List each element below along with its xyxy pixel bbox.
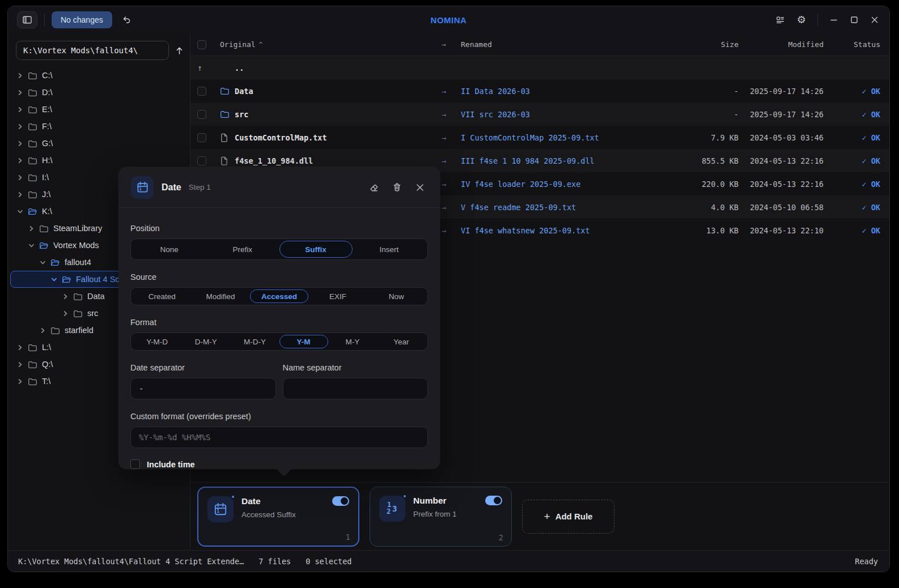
active-dot bbox=[402, 494, 407, 498]
folder-icon bbox=[28, 88, 37, 97]
chevron-down-icon[interactable] bbox=[40, 259, 46, 266]
segment-option-y-m-d[interactable]: Y-M-D bbox=[133, 335, 181, 348]
tree-item-c[interactable]: C:\ bbox=[10, 67, 188, 84]
navigate-up-button[interactable] bbox=[175, 46, 184, 56]
custom-format-input[interactable] bbox=[139, 433, 419, 442]
add-rule-button[interactable]: + Add Rule bbox=[522, 500, 614, 534]
chevron-right-icon[interactable] bbox=[17, 123, 23, 130]
folder-icon bbox=[73, 292, 83, 301]
column-header-original[interactable]: Original ^ bbox=[220, 40, 442, 49]
section-label-format: Format bbox=[130, 318, 428, 327]
dialog-segmented-sections: Position NonePrefixSuffixInsert Source C… bbox=[130, 224, 428, 351]
path-input[interactable]: K:\Vortex Mods\fallout4\ bbox=[16, 41, 169, 60]
file-size: 13.0 KB bbox=[688, 226, 739, 235]
rule-card-date[interactable]: 1 Date Accessed Suffix 1 bbox=[197, 487, 359, 547]
segment-option-suffix[interactable]: Suffix bbox=[279, 241, 353, 258]
status-badge: ✓ OK bbox=[824, 133, 880, 142]
chevron-right-icon[interactable] bbox=[62, 293, 69, 300]
close-dialog-button[interactable] bbox=[413, 180, 427, 195]
chevron-down-icon[interactable] bbox=[51, 276, 57, 283]
reset-rule-button[interactable] bbox=[366, 180, 381, 195]
segment-option-none[interactable]: None bbox=[133, 241, 206, 258]
segment-option-created[interactable]: Created bbox=[133, 289, 191, 303]
row-checkbox[interactable] bbox=[197, 110, 206, 119]
segment-option-m-d-y[interactable]: M-D-Y bbox=[230, 335, 279, 348]
date-separator-label: Date separator bbox=[130, 363, 276, 372]
segment-option-exif[interactable]: EXIF bbox=[308, 289, 367, 303]
chevron-right-icon[interactable] bbox=[40, 327, 46, 334]
row-checkbox[interactable] bbox=[197, 133, 206, 142]
segment-option-m-y[interactable]: M-Y bbox=[328, 335, 377, 348]
chevron-right-icon[interactable] bbox=[62, 310, 69, 317]
segment-option-d-m-y[interactable]: D-M-Y bbox=[181, 335, 230, 348]
rename-arrow-icon: → bbox=[442, 110, 461, 119]
modified-date: 2025-09-17 14:26 bbox=[739, 110, 824, 119]
chevron-down-icon[interactable] bbox=[28, 242, 35, 249]
chevron-right-icon[interactable] bbox=[17, 344, 23, 351]
row-checkbox[interactable] bbox=[197, 87, 206, 96]
column-header-status[interactable]: Status bbox=[824, 40, 880, 49]
topbar-divider bbox=[44, 14, 45, 26]
tree-item-d[interactable]: D:\ bbox=[10, 84, 188, 101]
segment-option-modified[interactable]: Modified bbox=[191, 289, 249, 303]
no-changes-badge[interactable]: No changes bbox=[52, 11, 112, 28]
folder-icon bbox=[28, 190, 37, 199]
segment-option-now[interactable]: Now bbox=[367, 289, 426, 303]
parent-directory-row[interactable]: ↑ .. bbox=[190, 56, 889, 79]
folder-icon bbox=[28, 360, 37, 369]
sidebar-toggle-button[interactable] bbox=[17, 11, 37, 28]
rules-layout-button[interactable] bbox=[775, 15, 786, 25]
chevron-right-icon[interactable] bbox=[17, 361, 23, 368]
tree-item-e[interactable]: E:\ bbox=[10, 101, 188, 118]
segment-option-prefix[interactable]: Prefix bbox=[206, 241, 279, 258]
chevron-right-icon[interactable] bbox=[17, 378, 23, 385]
tree-item-g[interactable]: G:\ bbox=[10, 135, 188, 152]
folder-icon bbox=[28, 139, 37, 148]
table-row[interactable]: CustomControlMap.txt → I_CustomControlMa… bbox=[190, 126, 889, 149]
maximize-button[interactable] bbox=[850, 15, 859, 24]
chevron-right-icon[interactable] bbox=[17, 90, 23, 96]
segment-option-y-m[interactable]: Y-M bbox=[279, 335, 328, 348]
chevron-right-icon[interactable] bbox=[17, 140, 23, 147]
column-header-renamed[interactable]: Renamed bbox=[461, 40, 688, 49]
date-separator-input[interactable] bbox=[139, 384, 268, 393]
select-all-checkbox[interactable] bbox=[197, 40, 206, 49]
segment-option-year[interactable]: Year bbox=[377, 335, 426, 348]
row-checkbox[interactable] bbox=[197, 156, 206, 165]
chevron-right-icon[interactable] bbox=[17, 174, 23, 181]
custom-format-field[interactable] bbox=[130, 427, 428, 448]
chevron-right-icon[interactable] bbox=[17, 157, 23, 164]
status-badge: ✓ OK bbox=[824, 226, 880, 235]
column-header-size[interactable]: Size bbox=[688, 40, 739, 49]
include-time-checkbox[interactable] bbox=[130, 459, 140, 469]
settings-button[interactable]: ⚙ bbox=[797, 15, 806, 25]
name-separator-input[interactable] bbox=[291, 384, 420, 393]
chevron-right-icon[interactable] bbox=[17, 73, 23, 79]
tree-item-f[interactable]: F:\ bbox=[10, 118, 188, 135]
status-badge: ✓ OK bbox=[824, 87, 880, 96]
segment-option-insert[interactable]: Insert bbox=[353, 241, 426, 258]
number-123-icon: 123 bbox=[385, 501, 400, 516]
original-name: Data bbox=[235, 87, 442, 96]
minimize-button[interactable] bbox=[829, 15, 838, 24]
arrow-up-icon bbox=[175, 46, 184, 56]
segment-option-accessed[interactable]: Accessed bbox=[250, 289, 308, 303]
chevron-down-icon[interactable] bbox=[17, 208, 23, 215]
name-separator-field[interactable] bbox=[283, 378, 429, 399]
undo-button[interactable] bbox=[121, 15, 132, 25]
date-rule-toggle[interactable] bbox=[332, 496, 349, 506]
date-separator-field[interactable] bbox=[130, 378, 276, 399]
parent-directory-label: .. bbox=[235, 63, 442, 73]
table-row[interactable]: Data → II_Data_2026-03 - 2025-09-17 14:2… bbox=[190, 79, 889, 103]
active-dot bbox=[231, 495, 235, 499]
chevron-right-icon[interactable] bbox=[28, 225, 35, 232]
column-header-modified[interactable]: Modified bbox=[739, 40, 824, 49]
chevron-right-icon[interactable] bbox=[17, 191, 23, 198]
delete-rule-button[interactable] bbox=[389, 180, 404, 195]
rule-card-number[interactable]: 123 Number Prefix from 1 2 bbox=[370, 487, 512, 547]
table-row[interactable]: src → VII_src_2026-03 - 2025-09-17 14:26… bbox=[190, 103, 889, 126]
tree-item-h[interactable]: H:\ bbox=[10, 152, 188, 169]
number-rule-toggle[interactable] bbox=[485, 496, 502, 505]
close-window-button[interactable] bbox=[870, 15, 879, 24]
chevron-right-icon[interactable] bbox=[17, 106, 23, 113]
